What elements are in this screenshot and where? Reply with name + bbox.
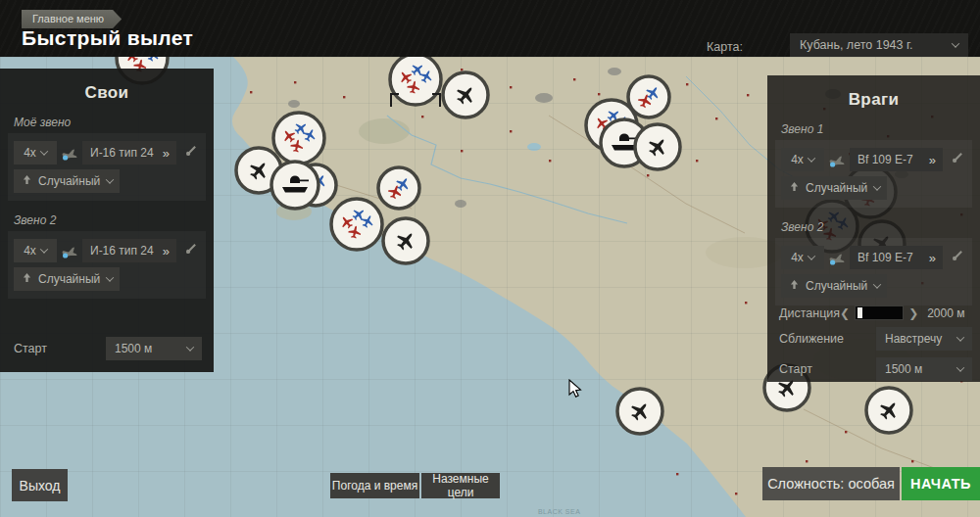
modifications-button[interactable] bbox=[180, 240, 200, 261]
wrench-icon bbox=[951, 152, 963, 167]
page-title: Быстрый вылет bbox=[22, 26, 193, 50]
map-marker-single[interactable] bbox=[613, 385, 666, 442]
start-label: Старт bbox=[14, 342, 47, 355]
skill-value: Случайный bbox=[38, 272, 100, 286]
approach-select[interactable]: Навстречу bbox=[876, 327, 972, 351]
map-marker-tank[interactable] bbox=[268, 158, 322, 216]
chevron-down-icon bbox=[956, 363, 964, 371]
skill-select[interactable]: Случайный bbox=[781, 176, 887, 200]
wrench-icon bbox=[184, 145, 197, 161]
exit-button[interactable]: Выход bbox=[12, 469, 68, 501]
start-mission-button[interactable]: НАЧАТЬ bbox=[902, 467, 980, 500]
map-select[interactable]: Кубань, лето 1943 г. bbox=[790, 33, 968, 57]
skill-value: Случайный bbox=[38, 174, 100, 188]
flight-count-value: 4x bbox=[791, 153, 804, 166]
my-flight-label: Моё звено bbox=[14, 116, 214, 129]
aircraft-icon bbox=[828, 154, 846, 169]
enemy-flight2-group: 4x Bf 109 E-7 » Случайный bbox=[775, 238, 972, 306]
top-bar: Главное меню Быстрый вылет Карта: Кубань… bbox=[0, 0, 980, 57]
chevron-down-icon bbox=[186, 343, 194, 351]
skill-select[interactable]: Случайный bbox=[781, 274, 887, 298]
flight-count-select[interactable]: 4x bbox=[14, 239, 57, 262]
approach-value: Навстречу bbox=[885, 332, 942, 346]
distance-value: 2000 м bbox=[927, 306, 972, 320]
enemies-panel-title: Враги bbox=[767, 90, 980, 110]
allies-panel: Свои Моё звено 4x И-16 тип 24 » bbox=[0, 69, 214, 372]
distance-label: Дистанция bbox=[779, 306, 840, 320]
enemy-flight2-label: Звено 2 bbox=[781, 220, 980, 234]
chevron-down-icon bbox=[808, 252, 815, 259]
expand-icon: » bbox=[163, 146, 169, 161]
flight-count-value: 4x bbox=[24, 244, 36, 258]
chevron-down-icon bbox=[952, 39, 959, 47]
flight-count-value: 4x bbox=[24, 146, 36, 160]
chevron-down-icon bbox=[106, 175, 114, 183]
my-flight-group: 4x И-16 тип 24 » Случайный bbox=[8, 133, 206, 201]
enemies-panel: Враги Звено 1 4x Bf 109 E-7 » bbox=[767, 75, 980, 382]
distance-decrease-button[interactable]: ❮ bbox=[840, 307, 850, 319]
distance-increase-button[interactable]: ❯ bbox=[908, 307, 918, 319]
skill-icon bbox=[23, 272, 31, 286]
enemy-flight1-label: Звено 1 bbox=[781, 122, 980, 136]
skill-value: Случайный bbox=[806, 181, 867, 195]
modifications-button[interactable] bbox=[947, 247, 966, 268]
enemy-start-label: Старт bbox=[779, 362, 812, 376]
map-select-label: Карта: bbox=[707, 40, 743, 54]
approach-label: Сближение bbox=[779, 332, 844, 346]
aircraft-name: И-16 тип 24 bbox=[90, 244, 154, 258]
aircraft-name: Bf 109 E-7 bbox=[858, 251, 913, 264]
distance-slider-handle[interactable] bbox=[858, 307, 862, 318]
skill-select[interactable]: Случайный bbox=[14, 169, 120, 193]
map-marker-furball[interactable] bbox=[327, 195, 386, 258]
skill-icon bbox=[790, 279, 799, 293]
ground-targets-button[interactable]: Наземные цели bbox=[421, 473, 500, 498]
start-value: 1500 м bbox=[115, 342, 152, 355]
flight-count-select[interactable]: 4x bbox=[14, 141, 57, 164]
skill-value: Случайный bbox=[806, 279, 867, 293]
weather-time-button[interactable]: Погода и время bbox=[330, 473, 419, 498]
flight-count-select[interactable]: 4x bbox=[781, 148, 824, 171]
wrench-icon bbox=[184, 243, 197, 258]
modifications-button[interactable] bbox=[180, 142, 200, 164]
aircraft-select[interactable]: Bf 109 E-7 » bbox=[850, 246, 943, 269]
mouse-cursor bbox=[568, 379, 582, 402]
map-marker-single[interactable] bbox=[631, 120, 684, 177]
enemy-start-value: 1500 м bbox=[885, 362, 922, 376]
aircraft-name: И-16 тип 24 bbox=[90, 146, 154, 160]
chevron-down-icon bbox=[106, 273, 114, 281]
chevron-down-icon bbox=[873, 280, 881, 288]
modifications-button[interactable] bbox=[947, 149, 966, 170]
flight2-label: Звено 2 bbox=[14, 213, 214, 227]
aircraft-name: Bf 109 E-7 bbox=[858, 153, 913, 166]
chevron-down-icon bbox=[40, 147, 48, 155]
skill-icon bbox=[23, 174, 31, 188]
start-altitude-select[interactable]: 1500 м bbox=[106, 337, 202, 360]
skill-select[interactable]: Случайный bbox=[14, 267, 120, 291]
aircraft-select[interactable]: И-16 тип 24 » bbox=[82, 141, 176, 164]
selection-bracket-right bbox=[432, 93, 441, 107]
enemy-flight1-group: 4x Bf 109 E-7 » Случайный bbox=[775, 140, 972, 208]
chevron-down-icon bbox=[808, 154, 815, 162]
flight-count-value: 4x bbox=[791, 251, 804, 264]
distance-slider[interactable] bbox=[855, 306, 904, 320]
map-marker-single[interactable] bbox=[862, 384, 915, 441]
enemy-start-select[interactable]: 1500 м bbox=[876, 357, 972, 381]
expand-icon: » bbox=[929, 153, 935, 167]
aircraft-select[interactable]: И-16 тип 24 » bbox=[82, 239, 176, 262]
chevron-down-icon bbox=[873, 182, 881, 190]
selection-bracket-left bbox=[390, 93, 399, 107]
chevron-down-icon bbox=[40, 245, 48, 253]
quick-mission-screen: BLACK SEA ЧЕРНОЕ МОРЕ Главное меню Быстр… bbox=[0, 0, 980, 517]
aircraft-icon bbox=[61, 147, 78, 163]
skill-icon bbox=[790, 181, 799, 195]
chevron-down-icon bbox=[956, 333, 964, 341]
aircraft-icon bbox=[61, 245, 78, 260]
flight-count-select[interactable]: 4x bbox=[781, 246, 824, 269]
map-marker-single[interactable] bbox=[379, 214, 432, 271]
map-marker-single[interactable] bbox=[439, 69, 492, 125]
allies-panel-title: Свои bbox=[0, 83, 214, 103]
difficulty-button[interactable]: Сложность: особая bbox=[762, 467, 900, 500]
aircraft-select[interactable]: Bf 109 E-7 » bbox=[850, 148, 943, 171]
flight2-group: 4x И-16 тип 24 » Случайный bbox=[8, 231, 206, 299]
sea-label: BLACK SEA ЧЕРНОЕ МОРЕ bbox=[531, 508, 587, 517]
